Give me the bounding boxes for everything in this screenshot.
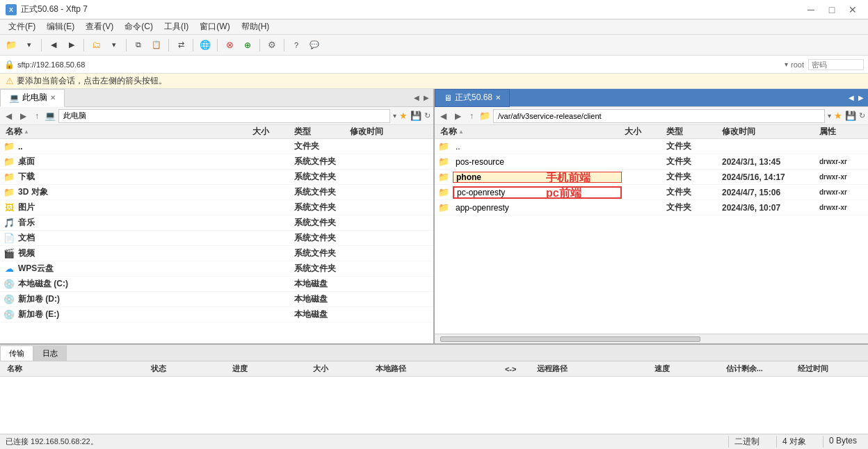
- menu-edit[interactable]: 编辑(E): [41, 19, 80, 34]
- left-back-button[interactable]: ◀: [3, 110, 15, 122]
- right-save-icon[interactable]: 💾: [845, 111, 856, 121]
- right-bookmark-icon[interactable]: ★: [834, 111, 842, 121]
- addr-arrow-icon[interactable]: ▾: [785, 60, 788, 68]
- tb-forward-button[interactable]: ▶: [63, 38, 80, 53]
- file-type: 系统文件夹: [291, 232, 347, 244]
- left-panel: 💻 此电脑 ✕ ◀ ▶ ◀ ▶ ↑ 💻 ▾ ★ 💾 ↻ 名称 ▲: [0, 89, 435, 343]
- left-col-type: 类型: [291, 126, 347, 138]
- right-scroll-left-icon[interactable]: ◀: [847, 92, 855, 103]
- file-name-pc-openresty: pc-openresty: [453, 186, 622, 199]
- folder-icon: 📁: [437, 141, 450, 152]
- computer-icon: 💻: [9, 93, 19, 103]
- tab-log[interactable]: 日志: [33, 345, 67, 361]
- tb-folder2-button[interactable]: 🗂: [88, 38, 104, 53]
- list-item[interactable]: 📁 pos-resource 文件夹 2024/3/1, 13:45 drwxr…: [435, 154, 868, 170]
- left-bookmark-icon[interactable]: ★: [399, 111, 408, 121]
- tb-help-button[interactable]: ?: [288, 38, 305, 53]
- bottom-tabs: 传输 日志: [0, 345, 868, 361]
- folder-icon: 📁: [3, 187, 15, 198]
- list-item[interactable]: 📁 下载 系统文件夹: [0, 170, 433, 185]
- toolbar: 📁 ▾ ◀ ▶ 🗂 ▾ ⧉ 📋 ⇄ 🌐 ⊗ ⊕ ⚙ ? 💬: [0, 35, 868, 56]
- left-tab-close[interactable]: ✕: [50, 94, 56, 101]
- list-item[interactable]: 🎵 音乐 系统文件夹: [0, 215, 433, 231]
- left-up-button[interactable]: ↑: [32, 110, 42, 122]
- list-item[interactable]: 📁 app-openresty 文件夹 2024/3/6, 10:07 drwx…: [435, 200, 868, 215]
- tb-paste-button[interactable]: 📋: [148, 38, 165, 53]
- file-name: app-openresty: [453, 203, 622, 213]
- right-path-input[interactable]: [493, 109, 825, 123]
- left-scroll-left-icon[interactable]: ◀: [412, 92, 421, 103]
- file-attr: drwxr-xr: [817, 173, 865, 181]
- status-size: 0 Bytes: [823, 436, 862, 448]
- tb-info-button[interactable]: 💬: [306, 38, 323, 53]
- file-name: 音乐: [18, 217, 250, 229]
- file-type: 系统文件夹: [291, 156, 347, 168]
- list-item[interactable]: 📁 .. 文件夹: [435, 139, 868, 154]
- file-type: 系统文件夹: [291, 247, 347, 259]
- tb-transfer-button[interactable]: ⇄: [172, 38, 189, 53]
- left-refresh-icon[interactable]: ↻: [424, 111, 431, 120]
- address-input[interactable]: [17, 60, 782, 69]
- transfer-col-eta: 估计剩余...: [722, 364, 794, 374]
- left-tab-my-computer[interactable]: 💻 此电脑 ✕: [0, 89, 65, 107]
- info-bar: ⚠ 要添加当前会话，点击左侧的箭头按钮。: [0, 74, 868, 89]
- tb-globe-button[interactable]: 🌐: [197, 38, 214, 53]
- right-path-arrow[interactable]: ▾: [828, 112, 831, 120]
- list-item[interactable]: 📁 phone 文件夹 2024/5/16, 14:17 drwxr-xr 手机…: [435, 170, 868, 185]
- right-tab-server[interactable]: 🖥 正式50.68 ✕: [435, 89, 510, 107]
- left-save-icon[interactable]: 💾: [410, 111, 421, 121]
- list-item[interactable]: 📁 pc-openresty 文件夹 2024/4/7, 15:06 drwxr…: [435, 185, 868, 200]
- maximize-button[interactable]: □: [822, 1, 842, 18]
- left-scroll-right-icon[interactable]: ▶: [422, 92, 431, 103]
- tb-dropdown-button[interactable]: ▾: [21, 38, 38, 53]
- list-item[interactable]: 📁 .. 文件夹: [0, 139, 433, 154]
- list-item[interactable]: 💿 本地磁盘 (C:) 本地磁盘: [0, 277, 433, 292]
- menu-window[interactable]: 窗口(W): [194, 19, 235, 34]
- tab-transfer[interactable]: 传输: [0, 345, 33, 361]
- folder-icon: 📄: [3, 233, 15, 244]
- right-forward-button[interactable]: ▶: [452, 110, 464, 122]
- menu-view[interactable]: 查看(V): [80, 19, 119, 34]
- list-item[interactable]: 📄 文档 系统文件夹: [0, 231, 433, 246]
- list-item[interactable]: 🖼 图片 系统文件夹: [0, 200, 433, 215]
- list-item[interactable]: 💿 新加卷 (D:) 本地磁盘: [0, 292, 433, 307]
- close-button[interactable]: ✕: [843, 1, 862, 18]
- list-item[interactable]: 💿 新加卷 (E:) 本地磁盘: [0, 307, 433, 323]
- file-type: 本地磁盘: [291, 309, 347, 320]
- right-back-button[interactable]: ◀: [437, 110, 449, 122]
- right-scroll-right-icon[interactable]: ▶: [857, 92, 865, 103]
- right-refresh-icon[interactable]: ↻: [859, 111, 865, 120]
- list-item[interactable]: 🎬 视频 系统文件夹: [0, 246, 433, 261]
- menu-tools[interactable]: 工具(I): [159, 19, 194, 34]
- right-scrollbar[interactable]: [435, 334, 868, 343]
- status-bar: 已连接 192.168.50.68:22。 二进制 4 对象 0 Bytes: [0, 434, 868, 449]
- file-type: 文件夹: [664, 171, 719, 183]
- file-name: 文档: [18, 232, 250, 244]
- tb-copy-button[interactable]: ⧉: [130, 38, 147, 53]
- right-up-button[interactable]: ↑: [467, 110, 476, 122]
- list-item[interactable]: ☁ WPS云盘 系统文件夹: [0, 261, 433, 277]
- list-item[interactable]: 📁 桌面 系统文件夹: [0, 154, 433, 170]
- left-path-arrow[interactable]: ▾: [393, 112, 396, 120]
- tb-folder2-dropdown[interactable]: ▾: [106, 38, 122, 53]
- tb-new-button[interactable]: 📁: [3, 38, 19, 53]
- right-tab-label: 正式50.68: [455, 92, 492, 104]
- left-folder-icon: 💻: [45, 111, 56, 121]
- list-item[interactable]: 📁 3D 对象 系统文件夹: [0, 185, 433, 200]
- folder-icon: 📁: [437, 156, 450, 168]
- tb-gear-button[interactable]: ⚙: [264, 38, 280, 53]
- menu-command[interactable]: 命令(C): [119, 19, 159, 34]
- right-tab-close[interactable]: ✕: [495, 94, 501, 101]
- left-forward-button[interactable]: ▶: [17, 110, 29, 122]
- right-panel-tabs: 🖥 正式50.68 ✕ ◀ ▶: [435, 89, 868, 107]
- menu-help[interactable]: 帮助(H): [236, 19, 275, 34]
- tb-back-button[interactable]: ◀: [45, 38, 62, 53]
- right-panel-content: 🖥 正式50.68 ✕ ◀ ▶ ◀ ▶ ↑ 📁 ▾ ★ 💾 ↻: [435, 89, 868, 343]
- menu-file[interactable]: 文件(F): [3, 19, 41, 34]
- tb-red-button[interactable]: ⊗: [221, 38, 238, 53]
- password-input[interactable]: [808, 59, 864, 70]
- tb-green-button[interactable]: ⊕: [239, 38, 256, 53]
- left-path-input[interactable]: [58, 109, 390, 123]
- folder-icon: 📁: [3, 156, 15, 168]
- minimize-button[interactable]: ─: [801, 1, 821, 18]
